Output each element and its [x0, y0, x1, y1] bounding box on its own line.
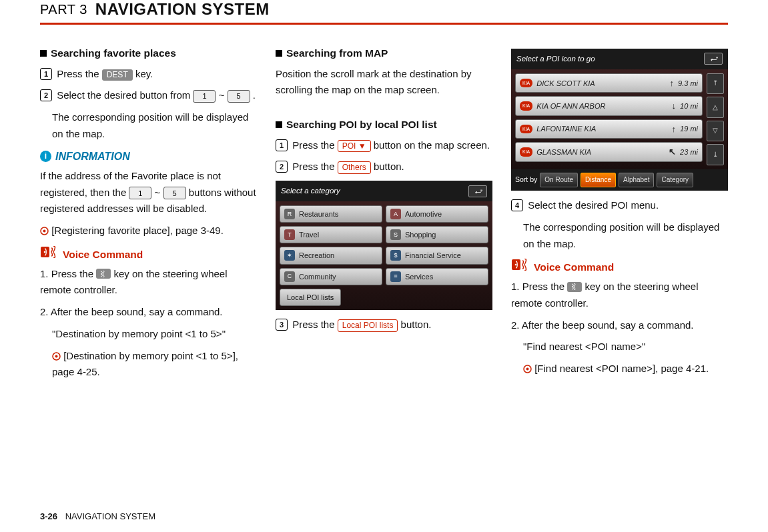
- local-poi-lists-button[interactable]: Local POI lists: [280, 289, 341, 306]
- scroll-up-button[interactable]: △: [707, 97, 724, 117]
- dest-key[interactable]: DEST: [102, 69, 133, 81]
- others-button[interactable]: Others: [338, 161, 371, 174]
- information-text: If the address of the Favorite place is …: [40, 168, 257, 217]
- voice-key-icon[interactable]: [96, 269, 111, 279]
- category-button[interactable]: ≡Services: [386, 268, 488, 285]
- sort-option[interactable]: Alphabet: [619, 173, 654, 188]
- text: button.: [374, 161, 404, 172]
- voice-step-2: 2. After the beep sound, say a command.: [40, 304, 257, 321]
- bullet-icon: [276, 50, 282, 57]
- column-2: Searching from MAP Position the scroll m…: [276, 45, 492, 386]
- category-icon: S: [390, 229, 401, 240]
- local-poi-lists-key[interactable]: Local POI lists: [338, 319, 398, 332]
- category-icon: ✶: [284, 250, 295, 261]
- voice-step-2: 2. After the beep sound, say a command.: [511, 317, 728, 334]
- direction-arrow-icon: ↑: [670, 76, 675, 90]
- section-heading: Searching POI by local POI list: [276, 116, 492, 133]
- poi-distance: 9.3 mi: [678, 77, 698, 89]
- category-button[interactable]: $Financial Service: [386, 247, 488, 264]
- key-1[interactable]: 1: [193, 90, 216, 103]
- voice-icon: [511, 259, 530, 276]
- key-5[interactable]: 5: [163, 187, 186, 199]
- category-icon: $: [390, 250, 401, 261]
- section-heading: Searching favorite places: [40, 45, 257, 62]
- voice-ref: [Destination by memory point <1 to 5>], …: [40, 348, 257, 381]
- step-4-note: The corresponding position will be displ…: [511, 219, 728, 253]
- information-heading: i INFORMATION: [40, 148, 257, 165]
- part-header: PART 3 NAVIGATION SYSTEM: [40, 0, 728, 25]
- sort-option[interactable]: On Route: [540, 173, 578, 188]
- text: Press the: [292, 161, 338, 172]
- category-label: Community: [299, 271, 336, 283]
- ui-titlebar: Select a POI icon to go ⮐: [511, 49, 728, 69]
- voice-step-1: 1. Press the key on the steering wheel r…: [40, 266, 257, 299]
- scroll-top-button[interactable]: ⤒: [707, 73, 724, 94]
- category-button[interactable]: TTravel: [280, 226, 382, 243]
- text: button on the map screen.: [374, 139, 490, 151]
- step-2: 2 Press the Others button.: [276, 159, 492, 175]
- poi-distance: 10 mi: [680, 100, 698, 112]
- ui-body: RRestaurantsAAutomotiveTTravelSShopping✶…: [276, 201, 492, 310]
- sort-options: On RouteDistanceAlphabetCategory: [540, 173, 693, 188]
- category-button[interactable]: ✶Recreation: [280, 247, 382, 264]
- voice-quote: "Destination by memory point <1 to 5>": [40, 326, 257, 343]
- svg-point-5: [55, 355, 58, 357]
- back-button[interactable]: ⮐: [468, 185, 487, 197]
- category-button[interactable]: AAutomotive: [386, 205, 488, 223]
- category-label: Travel: [299, 229, 319, 241]
- text: button.: [401, 319, 432, 330]
- text: Voice Command: [63, 246, 143, 263]
- step-3: 3 Press the Local POI lists button.: [276, 317, 492, 333]
- voice-quote: "Find nearest <POI name>": [511, 339, 728, 355]
- text: Press the: [292, 139, 338, 151]
- key-5[interactable]: 5: [228, 90, 250, 103]
- category-grid: RRestaurantsAAutomotiveTTravelSShopping✶…: [280, 205, 488, 285]
- key-1[interactable]: 1: [129, 187, 151, 199]
- poi-list: KIADICK SCOTT KIA↑9.3 miKIAKIA OF ANN AR…: [515, 73, 703, 165]
- category-label: Restaurants: [299, 208, 338, 220]
- column-1: Searching favorite places 1 Press the DE…: [40, 45, 257, 386]
- poi-row[interactable]: KIAKIA OF ANN ARBOR↓10 mi: [515, 96, 703, 115]
- back-button[interactable]: ⮐: [704, 53, 723, 65]
- local-poi-row: Local POI lists: [280, 289, 488, 306]
- information-ref: [Registering favorite place], page 3-49.: [40, 223, 257, 239]
- step-marker-4: 4: [511, 199, 523, 211]
- ui-select-poi: Select a POI icon to go ⮐ KIADICK SCOTT …: [511, 49, 728, 191]
- text: [Destination by memory point <1 to 5>], …: [52, 350, 238, 378]
- category-button[interactable]: RRestaurants: [280, 205, 382, 223]
- page-number: 3-26: [40, 511, 57, 521]
- category-button[interactable]: SShopping: [386, 226, 488, 243]
- category-button[interactable]: CCommunity: [280, 268, 382, 285]
- scroll-bottom-button[interactable]: ⤓: [707, 144, 724, 165]
- poi-name: DICK SCOTT KIA: [536, 77, 665, 89]
- poi-row[interactable]: KIADICK SCOTT KIA↑9.3 mi: [515, 73, 703, 93]
- category-label: Recreation: [299, 249, 334, 261]
- text: .: [253, 89, 256, 101]
- category-icon: R: [284, 209, 295, 219]
- text: [Registering favorite place], page 3-49.: [51, 225, 224, 236]
- kia-badge-icon: KIA: [520, 125, 532, 134]
- map-text: Position the scroll mark at the destinat…: [276, 66, 492, 99]
- bullet-icon: [276, 121, 282, 128]
- poi-distance: 19 mi: [680, 123, 698, 135]
- poi-button[interactable]: POI ▼: [338, 140, 371, 153]
- voice-key-icon[interactable]: [567, 282, 582, 292]
- scroll-down-button[interactable]: ▽: [707, 121, 724, 141]
- poi-row[interactable]: KIAGLASSMAN KIA↖23 mi: [515, 142, 703, 161]
- sort-option[interactable]: Category: [657, 173, 693, 188]
- part-title: NAVIGATION SYSTEM: [95, 0, 270, 19]
- text: ~: [219, 89, 228, 101]
- category-label: Shopping: [405, 229, 436, 241]
- kia-badge-icon: KIA: [520, 101, 532, 111]
- category-icon: ≡: [390, 271, 401, 282]
- poi-row[interactable]: KIALAFONTAINE KIA↑19 mi: [515, 119, 703, 139]
- target-icon: [523, 365, 532, 373]
- bullet-icon: [40, 50, 47, 57]
- step-marker-1: 1: [40, 68, 52, 80]
- text: 1. Press the: [511, 281, 567, 292]
- step-2: 2 Select the desired button from 1 ~ 5 .: [40, 87, 257, 104]
- text: Select the desired POI menu.: [528, 199, 659, 211]
- ui-title: Select a category: [281, 185, 340, 197]
- sort-option[interactable]: Distance: [581, 173, 616, 188]
- column-3: Select a POI icon to go ⮐ KIADICK SCOTT …: [511, 45, 728, 386]
